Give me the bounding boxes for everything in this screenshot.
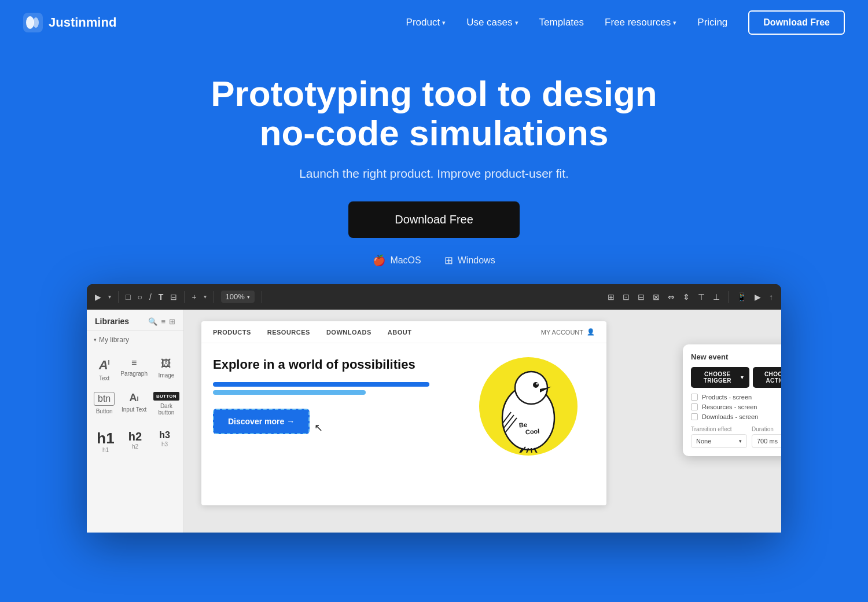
- select-tool-icon[interactable]: ▶: [95, 292, 101, 302]
- sidebar-item-text[interactable]: AI Text: [91, 352, 117, 385]
- sidebar-item-dark-button[interactable]: BUTTON Dark button: [151, 386, 182, 419]
- toolbar-separator-2: [184, 291, 185, 303]
- image-tool-icon[interactable]: ⊟: [170, 292, 177, 302]
- checkbox-downloads[interactable]: [691, 413, 698, 420]
- h3-icon: h3: [159, 431, 170, 440]
- duration-select[interactable]: 700 ms ▾: [752, 434, 781, 448]
- line-tool-icon[interactable]: /: [149, 292, 152, 302]
- hero-subtitle: Launch the right product. Improve produc…: [12, 167, 856, 181]
- toolbar-separator-4: [262, 291, 262, 303]
- brand-logo[interactable]: Justinmind: [23, 13, 116, 32]
- grid-icon[interactable]: ⊞: [169, 317, 175, 326]
- add-chevron-icon: ▾: [204, 293, 207, 300]
- nav-free-resources[interactable]: Free resources ▾: [605, 17, 676, 28]
- sidebar-item-paragraph[interactable]: ≡ Paragraph: [118, 352, 150, 385]
- chevron-down-icon: ▾: [515, 19, 518, 27]
- hero-download-button[interactable]: Download Free: [348, 201, 520, 238]
- mobile-preview-icon[interactable]: 📱: [737, 292, 746, 302]
- nav-download-button[interactable]: Download Free: [748, 10, 845, 35]
- event-screen-items: Products - screen Resources - screen Dow…: [691, 394, 781, 420]
- h2-label: h2: [132, 443, 138, 450]
- align-tool-icon[interactable]: ⊞: [608, 292, 615, 302]
- choose-trigger-button[interactable]: CHOOSE TRIGGER ▾: [691, 367, 749, 388]
- bird-circle: Be Cool: [479, 357, 578, 456]
- h2-icon: h2: [128, 431, 142, 442]
- sidebar-item-h3[interactable]: h3 h3: [150, 426, 179, 458]
- distribute-tool-icon[interactable]: ⊡: [623, 292, 630, 302]
- canvas-prototype: PRODUCTS RESOURCES DOWNLOADS ABOUT MY AC…: [201, 321, 606, 505]
- input-text-widget-icon: AI: [130, 392, 139, 404]
- rectangle-tool-icon[interactable]: □: [126, 292, 130, 302]
- h1-label: h1: [102, 447, 109, 453]
- image-widget-icon: 🖼: [161, 358, 171, 370]
- event-item-resources[interactable]: Resources - screen: [691, 403, 781, 410]
- transition-value: None: [696, 438, 711, 445]
- logo-icon: [23, 13, 43, 32]
- sidebar-item-button[interactable]: btn Button: [91, 386, 117, 419]
- checkbox-resources[interactable]: [691, 403, 698, 410]
- canvas-nav: PRODUCTS RESOURCES DOWNLOADS ABOUT MY AC…: [201, 321, 606, 343]
- sidebar-item-image[interactable]: 🖼 Image: [151, 352, 182, 385]
- event-panel: New event CHOOSE TRIGGER ▾ CHOOSE ACTION…: [683, 344, 781, 456]
- toolbar-separator-5: [728, 291, 729, 303]
- align-top-icon[interactable]: ⊤: [698, 292, 705, 302]
- h3-label: h3: [161, 441, 168, 447]
- resources-screen-label: Resources - screen: [702, 403, 757, 410]
- svg-point-5: [533, 382, 539, 388]
- choose-action-label: CHOOSE ACTION: [759, 371, 781, 384]
- flip-h-icon[interactable]: ⇔: [668, 292, 675, 302]
- play-icon[interactable]: ▶: [755, 292, 761, 302]
- windows-platform: ⊞ Windows: [444, 254, 495, 267]
- sidebar-title: Libraries: [95, 317, 129, 326]
- windows-label: Windows: [458, 255, 495, 266]
- canvas-bar-1: [213, 382, 429, 387]
- canvas-text-area: Explore in a world of possibilities Disc…: [213, 357, 468, 434]
- canvas-cta-button[interactable]: Discover more →: [213, 409, 310, 434]
- nav-product[interactable]: Product ▾: [406, 17, 446, 28]
- sidebar-headings-row: h1 h1 h2 h2 h3 h3: [87, 423, 183, 458]
- zoom-control[interactable]: 100% ▾: [221, 291, 255, 303]
- windows-icon: ⊞: [444, 254, 453, 267]
- canvas-nav-products: PRODUCTS: [213, 329, 251, 336]
- canvas-nav-account: MY ACCOUNT 👤: [541, 328, 595, 336]
- zoom-chevron-icon: ▾: [247, 294, 250, 300]
- canvas-nav-links: PRODUCTS RESOURCES DOWNLOADS ABOUT: [213, 329, 411, 336]
- text-tool-icon[interactable]: T: [159, 292, 164, 302]
- layer-tool-icon[interactable]: ⊠: [653, 292, 660, 302]
- sidebar-item-h2[interactable]: h2 h2: [121, 426, 149, 458]
- search-icon[interactable]: 🔍: [148, 317, 157, 326]
- h1-icon: h1: [97, 431, 114, 446]
- cursor-icon: ↖: [314, 421, 323, 434]
- event-settings: Transition effect None ▾ Duration 700 ms…: [691, 426, 781, 448]
- svg-text:Be: Be: [518, 421, 527, 429]
- circle-tool-icon[interactable]: ○: [137, 292, 142, 302]
- sidebar-item-input-text[interactable]: AI Input Text: [118, 386, 150, 419]
- nav-pricing[interactable]: Pricing: [697, 17, 727, 28]
- event-item-downloads[interactable]: Downloads - screen: [691, 413, 781, 420]
- transition-select[interactable]: None ▾: [691, 434, 747, 448]
- event-item-products[interactable]: Products - screen: [691, 394, 781, 401]
- upload-icon[interactable]: ↑: [769, 292, 773, 302]
- duration-value: 700 ms: [757, 438, 778, 445]
- text-widget-label: Text: [99, 375, 109, 381]
- sidebar: Libraries 🔍 ≡ ⊞ ▾ My library AI Text: [87, 310, 184, 533]
- image-widget-label: Image: [159, 372, 175, 379]
- group-tool-icon[interactable]: ⊟: [638, 292, 645, 302]
- sidebar-item-h1[interactable]: h1 h1: [91, 426, 120, 458]
- choose-action-button[interactable]: CHOOSE ACTION ▾: [753, 367, 781, 388]
- canvas-bars: [213, 382, 468, 395]
- checkbox-products[interactable]: [691, 394, 698, 401]
- app-toolbar: ▶ ▾ □ ○ / T ⊟ + ▾ 100% ▾ ⊞ ⊡ ⊟ ⊠ ⇔ ⇕: [87, 284, 781, 310]
- canvas-nav-resources: RESOURCES: [267, 329, 310, 336]
- add-tool-icon[interactable]: +: [192, 292, 196, 302]
- list-icon[interactable]: ≡: [161, 317, 165, 326]
- canvas-account-label: MY ACCOUNT: [541, 329, 583, 336]
- platforms-row: 🍎 MacOS ⊞ Windows: [12, 254, 856, 267]
- nav-use-cases[interactable]: Use cases ▾: [466, 17, 518, 28]
- svg-point-1: [26, 16, 34, 29]
- align-bottom-icon[interactable]: ⊥: [713, 292, 720, 302]
- flip-v-icon[interactable]: ⇕: [683, 292, 690, 302]
- nav-templates[interactable]: Templates: [539, 17, 584, 28]
- macos-label: MacOS: [390, 255, 421, 266]
- dark-button-widget-label: Dark button: [153, 403, 179, 416]
